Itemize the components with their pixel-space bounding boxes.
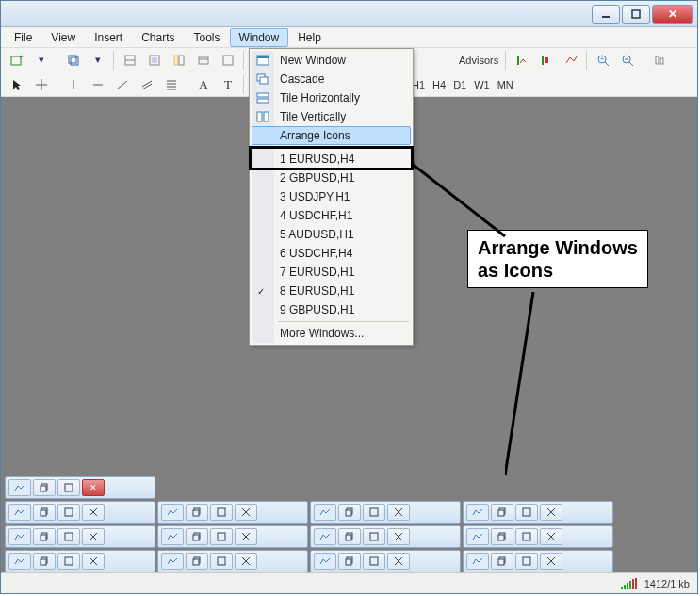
- cursor-icon[interactable]: [6, 74, 28, 95]
- dropdown-arrow-icon[interactable]: ▾: [30, 50, 53, 71]
- close-icon[interactable]: [82, 504, 105, 521]
- indicator1-icon[interactable]: [511, 50, 533, 71]
- minimize-button[interactable]: [592, 5, 620, 24]
- minimized-chart[interactable]: [157, 550, 308, 572]
- restore-icon[interactable]: [33, 504, 56, 521]
- menu-tools[interactable]: Tools: [185, 28, 230, 47]
- restore-icon[interactable]: [338, 528, 361, 545]
- close-icon[interactable]: [387, 504, 410, 521]
- restore-icon[interactable]: [186, 504, 208, 521]
- maximize-icon[interactable]: [210, 553, 233, 570]
- minimized-chart[interactable]: [310, 550, 461, 572]
- menu-window-item[interactable]: 5 AUDUSD,H1: [252, 225, 411, 244]
- maximize-icon[interactable]: [57, 479, 80, 496]
- maximize-icon[interactable]: [515, 504, 538, 521]
- channel-icon[interactable]: [136, 74, 158, 95]
- minimized-chart[interactable]: [5, 501, 155, 524]
- minimized-chart[interactable]: [310, 525, 461, 548]
- menu-window-item[interactable]: 3 USDJPY,H1: [252, 187, 411, 206]
- menu-window-item[interactable]: 9 GBPUSD,H1: [252, 300, 411, 319]
- close-icon[interactable]: [235, 504, 257, 521]
- menu-window-item[interactable]: 4 USDCHF,H1: [252, 206, 411, 225]
- dropdown-arrow-icon[interactable]: ▾: [87, 50, 109, 71]
- restore-icon[interactable]: [186, 553, 208, 570]
- navigator-icon[interactable]: [168, 50, 190, 71]
- indicator3-icon[interactable]: [560, 50, 582, 71]
- crosshair-icon[interactable]: [30, 74, 53, 95]
- maximize-icon[interactable]: [57, 553, 80, 570]
- trendline-icon[interactable]: [111, 74, 134, 95]
- zoom-out-icon[interactable]: [616, 50, 639, 71]
- tf-h4[interactable]: H4: [429, 79, 449, 90]
- restore-icon[interactable]: [338, 553, 361, 570]
- close-button[interactable]: ✕: [652, 5, 693, 24]
- close-icon[interactable]: [235, 528, 257, 545]
- market-watch-icon[interactable]: [119, 50, 141, 71]
- maximize-icon[interactable]: [363, 553, 385, 570]
- menu-tile-horizontally[interactable]: Tile Horizontally: [252, 89, 411, 107]
- advisors-label[interactable]: Advisors: [455, 55, 502, 66]
- menu-window-item[interactable]: 1 EURUSD,H4: [252, 150, 411, 169]
- maximize-icon[interactable]: [57, 528, 80, 545]
- minimized-chart[interactable]: ✕: [5, 476, 155, 499]
- close-icon[interactable]: ✕: [82, 479, 105, 496]
- menu-view[interactable]: View: [41, 28, 85, 47]
- maximize-icon[interactable]: [363, 504, 385, 521]
- menu-file[interactable]: File: [5, 28, 41, 47]
- tf-w1[interactable]: W1: [470, 79, 494, 90]
- close-icon[interactable]: [82, 553, 105, 570]
- terminal-icon[interactable]: [192, 50, 215, 71]
- vertical-line-icon[interactable]: [62, 74, 85, 95]
- menu-window-item[interactable]: 2 GBPUSD,H1: [252, 169, 411, 187]
- restore-icon[interactable]: [33, 553, 56, 570]
- restore-icon[interactable]: [491, 528, 513, 545]
- minimized-chart[interactable]: [157, 501, 308, 524]
- restore-icon[interactable]: [338, 504, 361, 521]
- zoom-in-icon[interactable]: +: [592, 50, 614, 71]
- menu-more-windows[interactable]: More Windows...: [252, 324, 411, 343]
- close-icon[interactable]: [387, 528, 410, 545]
- menu-new-window[interactable]: New Window: [252, 51, 411, 70]
- text-icon[interactable]: A: [192, 74, 215, 95]
- close-icon[interactable]: [82, 528, 105, 545]
- maximize-icon[interactable]: [210, 504, 233, 521]
- menu-charts[interactable]: Charts: [132, 28, 184, 47]
- maximize-button[interactable]: [622, 5, 650, 24]
- maximize-icon[interactable]: [363, 528, 385, 545]
- strategy-tester-icon[interactable]: [217, 50, 239, 71]
- minimized-chart[interactable]: [5, 525, 155, 548]
- menu-window[interactable]: Window: [230, 28, 289, 47]
- horizontal-line-icon[interactable]: [87, 74, 109, 95]
- maximize-icon[interactable]: [515, 528, 538, 545]
- minimized-chart[interactable]: [5, 550, 155, 572]
- text-label-icon[interactable]: T: [217, 74, 239, 95]
- minimized-chart[interactable]: [463, 501, 613, 524]
- maximize-icon[interactable]: [515, 553, 538, 570]
- menu-tile-vertically[interactable]: Tile Vertically: [252, 107, 411, 126]
- maximize-icon[interactable]: [57, 504, 80, 521]
- profiles-icon[interactable]: [62, 50, 85, 71]
- close-icon[interactable]: [540, 504, 562, 521]
- menu-insert[interactable]: Insert: [85, 28, 132, 47]
- restore-icon[interactable]: [186, 528, 208, 545]
- restore-icon[interactable]: [491, 504, 513, 521]
- tf-d1[interactable]: D1: [449, 79, 470, 90]
- close-icon[interactable]: [540, 553, 562, 570]
- menu-window-item[interactable]: 6 USDCHF,H4: [252, 244, 411, 263]
- menu-window-item[interactable]: 7 EURUSD,H1: [252, 263, 411, 282]
- menu-window-item[interactable]: ✓8 EURUSD,H1: [252, 282, 411, 300]
- data-window-icon[interactable]: [143, 50, 166, 71]
- menu-help[interactable]: Help: [288, 28, 331, 47]
- minimized-chart[interactable]: [463, 550, 613, 572]
- minimized-chart[interactable]: [463, 525, 613, 548]
- maximize-icon[interactable]: [210, 528, 233, 545]
- menu-cascade[interactable]: Cascade: [252, 70, 411, 89]
- minimized-chart[interactable]: [157, 525, 308, 548]
- close-icon[interactable]: [540, 528, 562, 545]
- close-icon[interactable]: [235, 553, 257, 570]
- restore-icon[interactable]: [491, 553, 513, 570]
- fibonacci-icon[interactable]: [160, 74, 183, 95]
- new-chart-icon[interactable]: +: [6, 50, 28, 71]
- chart-type-icon[interactable]: [648, 50, 671, 71]
- tf-mn[interactable]: MN: [494, 79, 517, 90]
